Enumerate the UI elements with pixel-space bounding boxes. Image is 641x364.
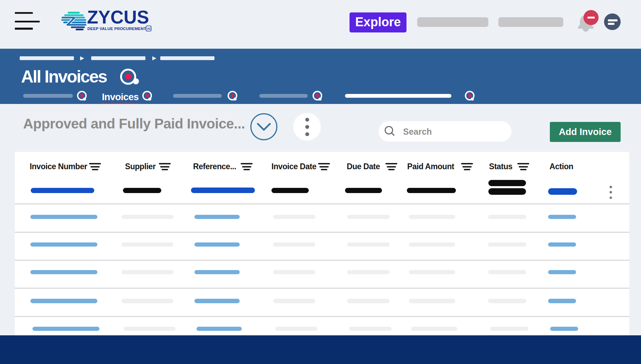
svg-text:DEEP VALUE PROCUREMENT: DEEP VALUE PROCUREMENT	[87, 27, 146, 31]
svg-text:AI: AI	[147, 27, 151, 30]
svg-text:ZYCUS: ZYCUS	[87, 10, 149, 27]
